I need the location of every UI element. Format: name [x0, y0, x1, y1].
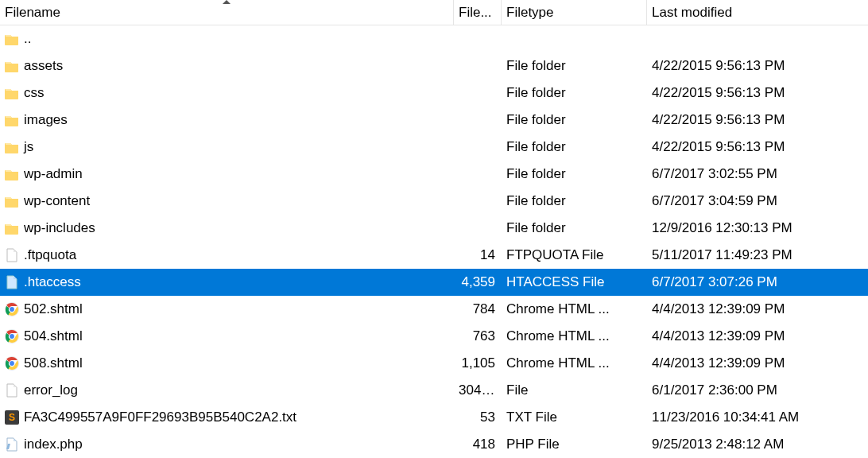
folder-icon [5, 221, 19, 235]
cell-filename: images [0, 112, 454, 128]
cell-modified: 9/25/2013 2:48:12 AM [647, 437, 868, 452]
filename-text: 502.shtml [24, 301, 83, 317]
header-filename-label: Filename [5, 5, 60, 21]
cell-filetype: Chrome HTML ... [502, 301, 647, 317]
filename-text: .htaccess [24, 274, 81, 290]
sort-caret-up-icon [223, 0, 231, 4]
cell-modified: 6/7/2017 3:02:55 PM [647, 166, 868, 182]
filename-text: js [24, 139, 33, 155]
file-row[interactable]: .htaccess4,359HTACCESS File6/7/2017 3:07… [0, 269, 868, 296]
cell-filename: .ftpquota [0, 247, 454, 263]
header-modified[interactable]: Last modified [647, 0, 868, 25]
filename-text: css [24, 85, 45, 101]
cell-modified: 6/7/2017 3:07:26 PM [647, 274, 868, 290]
header-filesize[interactable]: File... [454, 0, 502, 25]
cell-modified: 6/1/2017 2:36:00 PM [647, 382, 868, 398]
cell-filetype: PHP File [502, 437, 647, 452]
cell-filename: css [0, 85, 454, 101]
cell-modified: 4/22/2015 9:56:13 PM [647, 85, 868, 101]
filename-text: 504.shtml [24, 328, 83, 344]
cell-modified: 6/7/2017 3:04:59 PM [647, 193, 868, 209]
file-row[interactable]: 504.shtml763Chrome HTML ...4/4/2013 12:3… [0, 323, 868, 350]
filename-text: .. [24, 31, 31, 47]
filename-text: index.php [24, 437, 83, 452]
chrome-icon [5, 356, 19, 371]
folder-icon [5, 59, 19, 73]
cell-modified: 4/22/2015 9:56:13 PM [647, 58, 868, 74]
cell-filetype: File folder [502, 85, 647, 101]
header-modified-label: Last modified [652, 5, 732, 21]
cell-filename: wp-admin [0, 166, 454, 182]
file-row[interactable]: wp-contentFile folder6/7/2017 3:04:59 PM [0, 188, 868, 215]
file-row[interactable]: wp-includesFile folder12/9/2016 12:30:13… [0, 215, 868, 242]
filename-text: assets [24, 58, 63, 74]
filename-text: error_log [24, 382, 78, 398]
cell-modified: 12/9/2016 12:30:13 PM [647, 220, 868, 236]
cell-filename: 502.shtml [0, 301, 454, 317]
cell-filename: error_log [0, 382, 454, 398]
cell-modified: 5/11/2017 11:49:23 PM [647, 247, 868, 263]
php-file-icon [5, 437, 19, 452]
cell-filesize: 53 [454, 409, 502, 425]
cell-filename: SFA3C499557A9F0FF29693B95B540C2A2.txt [0, 409, 454, 425]
file-row[interactable]: index.php418PHP File9/25/2013 2:48:12 AM [0, 431, 868, 458]
column-headers: Filename File... Filetype Last modified [0, 0, 868, 25]
folder-icon [5, 194, 19, 208]
cell-filesize: 14 [454, 247, 502, 263]
file-row[interactable]: 508.shtml1,105Chrome HTML ...4/4/2013 12… [0, 350, 868, 377]
cell-filename: js [0, 139, 454, 155]
svg-point-5 [10, 334, 14, 339]
header-filename[interactable]: Filename [0, 0, 454, 25]
cell-filename: wp-includes [0, 220, 454, 236]
header-filetype[interactable]: Filetype [502, 0, 647, 25]
cell-filetype: File folder [502, 193, 647, 209]
cell-filename: 504.shtml [0, 328, 454, 344]
file-row[interactable]: error_log304,...File6/1/2017 2:36:00 PM [0, 377, 868, 404]
cell-filetype: File folder [502, 220, 647, 236]
header-filetype-label: Filetype [506, 5, 554, 21]
file-row[interactable]: wp-adminFile folder6/7/2017 3:02:55 PM [0, 161, 868, 188]
file-icon [5, 248, 19, 262]
cell-filetype: HTACCESS File [502, 274, 647, 290]
cell-filetype: FTPQUOTA File [502, 247, 647, 263]
cell-filetype: File folder [502, 139, 647, 155]
cell-filename: wp-content [0, 193, 454, 209]
cell-filetype: TXT File [502, 409, 647, 425]
file-row[interactable]: imagesFile folder4/22/2015 9:56:13 PM [0, 107, 868, 134]
cell-modified: 4/4/2013 12:39:09 PM [647, 355, 868, 371]
svg-point-2 [10, 307, 14, 312]
svg-point-8 [10, 361, 14, 366]
folder-icon [5, 32, 19, 46]
cell-filename: index.php [0, 437, 454, 452]
cell-modified: 4/4/2013 12:39:09 PM [647, 328, 868, 344]
file-row[interactable]: SFA3C499557A9F0FF29693B95B540C2A2.txt53T… [0, 404, 868, 431]
file-row[interactable]: .. [0, 25, 868, 52]
cell-filetype: Chrome HTML ... [502, 355, 647, 371]
file-row[interactable]: assetsFile folder4/22/2015 9:56:13 PM [0, 52, 868, 80]
cell-filename: 508.shtml [0, 355, 454, 371]
filename-text: wp-admin [24, 166, 83, 182]
file-row[interactable]: .ftpquota14FTPQUOTA File5/11/2017 11:49:… [0, 242, 868, 269]
filename-text: .ftpquota [24, 247, 76, 263]
chrome-icon [5, 329, 19, 344]
cell-filesize: 418 [454, 437, 502, 452]
cell-filename: .htaccess [0, 274, 454, 290]
cell-filesize: 784 [454, 301, 502, 317]
file-icon [5, 383, 19, 398]
file-icon [5, 275, 19, 289]
folder-icon [5, 113, 19, 127]
file-list: ..assetsFile folder4/22/2015 9:56:13 PMc… [0, 25, 868, 458]
cell-filetype: File [502, 382, 647, 398]
cell-filesize: 4,359 [454, 274, 502, 290]
cell-filename: assets [0, 58, 454, 74]
filename-text: wp-includes [24, 220, 95, 236]
cell-filesize: 1,105 [454, 355, 502, 371]
file-row[interactable]: cssFile folder4/22/2015 9:56:13 PM [0, 80, 868, 107]
cell-filetype: File folder [502, 112, 647, 128]
filename-text: 508.shtml [24, 355, 83, 371]
file-row[interactable]: jsFile folder4/22/2015 9:56:13 PM [0, 134, 868, 161]
file-row[interactable]: 502.shtml784Chrome HTML ...4/4/2013 12:3… [0, 296, 868, 323]
filename-text: FA3C499557A9F0FF29693B95B540C2A2.txt [24, 409, 296, 425]
cell-modified: 4/22/2015 9:56:13 PM [647, 139, 868, 155]
filename-text: wp-content [24, 193, 90, 209]
